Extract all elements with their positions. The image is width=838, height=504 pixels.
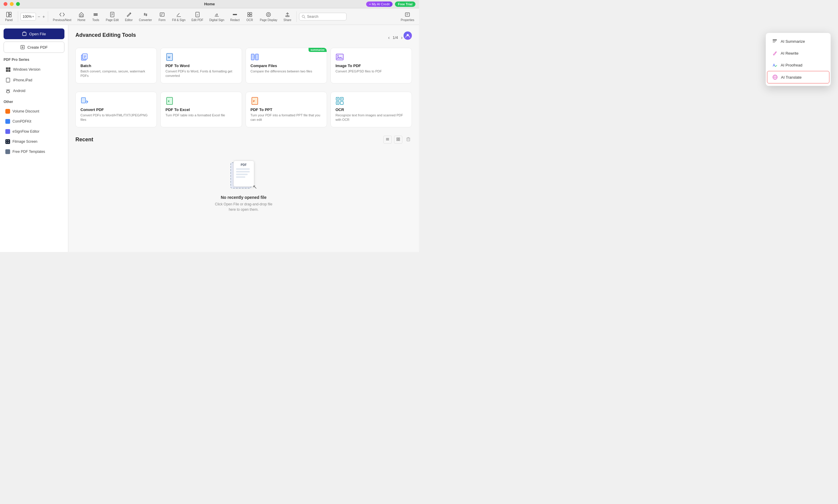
title-bar-actions: + My AI Credit Free Trial xyxy=(366,1,415,7)
convert-pdf-icon xyxy=(81,97,89,105)
toolbar-home[interactable]: Home xyxy=(75,10,88,23)
tool-card-batch[interactable]: Batch Batch convert, compress, secure, w… xyxy=(75,48,157,84)
toolbar-editor[interactable]: Editor xyxy=(122,10,136,23)
zoom-out-button[interactable]: − xyxy=(37,14,41,19)
tool-card-convert-pdf[interactable]: Convert PDF Convert PDFs to Word/HTML/TX… xyxy=(75,92,157,127)
sidebar-item-volume[interactable]: Volume Discount xyxy=(3,107,65,115)
svg-rect-75 xyxy=(337,103,338,104)
esignflow-icon xyxy=(5,129,10,134)
ocr-card-desc: Recognize text from images and scanned P… xyxy=(336,113,407,122)
toolbar-page-display[interactable]: Page Display xyxy=(257,10,280,23)
fill-sign-label: Fill & Sign xyxy=(172,18,185,22)
zoom-dropdown-icon[interactable]: ▾ xyxy=(32,15,34,18)
share-icon xyxy=(284,11,291,18)
panel-label: Panel xyxy=(5,18,13,22)
redact-icon xyxy=(232,11,238,18)
create-pdf-icon xyxy=(20,45,25,50)
delete-recent-button[interactable] xyxy=(405,136,412,144)
next-page-button[interactable]: › xyxy=(400,34,404,41)
toolbar-panel[interactable]: Panel xyxy=(2,10,15,23)
sidebar-item-windows[interactable]: Windows Version xyxy=(3,65,65,74)
sidebar-item-ipad[interactable]: iPhone,iPad xyxy=(3,76,65,84)
recent-title: Recent xyxy=(75,137,93,143)
svg-rect-72 xyxy=(340,102,343,105)
pdf-to-ppt-icon: P xyxy=(251,97,259,105)
svg-rect-18 xyxy=(248,13,249,14)
pdf-to-word-desc: Convert PDFs to Word, Fonts & formatting… xyxy=(165,69,237,78)
sidebar-item-free-templates[interactable]: Free PDF Templates xyxy=(3,148,65,156)
toolbar-digital-sign[interactable]: Digital Sign xyxy=(207,10,227,23)
tools-label: Tools xyxy=(92,18,99,22)
toolbar: Panel 100% ▾ − + Previous/Next Home Tool… xyxy=(0,8,419,25)
svg-rect-17 xyxy=(233,14,237,15)
tools-icon xyxy=(92,11,99,18)
search-input[interactable] xyxy=(307,15,344,19)
edit-pdf-label: Edit PDF xyxy=(192,18,203,22)
pdf-doc-lines xyxy=(236,168,251,178)
sidebar-item-filmage[interactable]: Filmage Screen xyxy=(3,138,65,145)
tool-card-compare-files[interactable]: summarize Compare Files Compare the diff… xyxy=(246,48,327,84)
free-trial-button[interactable]: Free Trial xyxy=(395,1,415,7)
tool-card-ocr[interactable]: OCR Recognize text from images and scann… xyxy=(331,92,412,127)
minimize-button[interactable] xyxy=(10,2,14,6)
toolbar-properties[interactable]: Properties xyxy=(398,10,417,23)
pdf-to-excel-icon: X xyxy=(165,97,174,105)
divider-3 xyxy=(296,11,297,22)
toolbar-converter[interactable]: Converter xyxy=(137,10,155,23)
toolbar-ocr[interactable]: OCR xyxy=(243,10,256,23)
digital-sign-label: Digital Sign xyxy=(209,18,225,22)
svg-rect-11 xyxy=(160,13,164,16)
page-display-icon xyxy=(265,11,272,18)
ai-credit-button[interactable]: + My AI Credit xyxy=(366,1,393,7)
zoom-in-button[interactable]: + xyxy=(42,14,46,19)
zoom-control[interactable]: 100% ▾ xyxy=(20,13,36,20)
toolbar-page-edit[interactable]: Page Edit xyxy=(103,10,121,23)
main-layout: Open File Create PDF PDF Pro Series Wind… xyxy=(0,25,419,252)
svg-rect-24 xyxy=(286,16,289,17)
toolbar-tools[interactable]: Tools xyxy=(89,10,102,23)
svg-rect-35 xyxy=(8,67,11,70)
fill-sign-icon xyxy=(176,11,182,18)
open-file-button[interactable]: Open File xyxy=(3,29,65,39)
svg-rect-1 xyxy=(9,12,11,14)
user-avatar[interactable] xyxy=(404,32,412,40)
compare-files-desc: Compare the differences between two file… xyxy=(251,69,322,74)
toolbar-redact[interactable]: Redact xyxy=(228,10,242,23)
svg-text:W: W xyxy=(168,56,171,59)
toolbar-prev-next[interactable]: Previous/Next xyxy=(51,10,74,23)
tool-card-pdf-to-word[interactable]: W PDF To Word Convert PDFs to Word, Font… xyxy=(160,48,242,84)
other-title: Other xyxy=(3,100,65,104)
tool-card-image-to-pdf[interactable]: Image To PDF Convert JPEG/PSD files to P… xyxy=(331,48,412,84)
toolbar-fill-sign[interactable]: Fill & Sign xyxy=(170,10,188,23)
svg-rect-34 xyxy=(6,67,8,70)
svg-rect-47 xyxy=(8,140,9,141)
sidebar-item-android[interactable]: Android xyxy=(3,87,65,95)
properties-label: Properties xyxy=(400,18,414,22)
list-view-button[interactable] xyxy=(384,136,392,144)
sidebar-item-compdfkit[interactable]: ComPDFKit xyxy=(3,118,65,125)
grid-view-button[interactable] xyxy=(394,136,403,144)
create-pdf-button[interactable]: Create PDF xyxy=(3,41,65,53)
compdfkit-label: ComPDFKit xyxy=(13,119,31,124)
toolbar-form[interactable]: Form xyxy=(156,10,169,23)
compdfkit-icon xyxy=(5,119,10,124)
ocr-card-icon xyxy=(336,97,344,105)
pdf-line-3 xyxy=(236,174,248,175)
window-title: Home xyxy=(204,2,215,6)
toolbar-share[interactable]: Share xyxy=(281,10,294,23)
ipad-icon xyxy=(5,77,11,83)
maximize-button[interactable] xyxy=(16,2,20,6)
windows-label: Windows Version xyxy=(13,67,40,72)
prev-page-button[interactable]: ‹ xyxy=(387,34,391,41)
pdf-to-ppt-title: PDF To PPT xyxy=(251,107,322,112)
svg-rect-36 xyxy=(6,70,8,72)
close-button[interactable] xyxy=(3,2,7,6)
toolbar-edit-pdf[interactable]: Edit PDF xyxy=(189,10,206,23)
tool-card-pdf-to-excel[interactable]: X PDF To Excel Turn PDF table into a for… xyxy=(160,92,242,127)
tool-card-pdf-to-ppt[interactable]: P PDF To PPT Turn your PDF into a format… xyxy=(246,92,327,127)
sidebar-item-esignflow[interactable]: eSignFlow Editor xyxy=(3,128,65,136)
new-badge: summarize xyxy=(308,48,327,52)
batch-title: Batch xyxy=(81,64,152,68)
free-templates-icon xyxy=(5,149,10,154)
search-box[interactable] xyxy=(299,13,346,20)
